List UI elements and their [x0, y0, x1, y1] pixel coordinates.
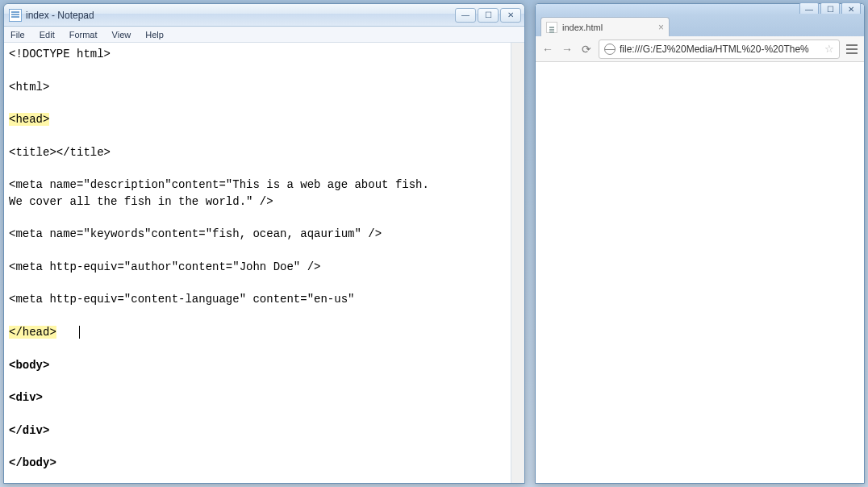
chrome-window: — ☐ ✕ index.html × ← → ⟳ file:///G:/EJ%2…	[535, 3, 865, 484]
url-text: file:///G:/EJ%20Media/HTML%20-%20The%	[620, 44, 809, 55]
menu-view[interactable]: View	[109, 28, 135, 41]
menu-format[interactable]: Format	[66, 28, 101, 41]
tab-title: index.html	[562, 23, 603, 32]
browser-viewport[interactable]	[536, 62, 864, 483]
address-bar[interactable]: file:///G:/EJ%20Media/HTML%20-%20The% ☆	[599, 40, 840, 59]
menu-help[interactable]: Help	[142, 28, 167, 41]
code-line: <meta name="description"content="This is…	[9, 178, 429, 191]
chrome-toolbar: ← → ⟳ file:///G:/EJ%20Media/HTML%20-%20T…	[536, 36, 864, 62]
maximize-button[interactable]: ☐	[478, 8, 499, 23]
menu-icon[interactable]	[845, 44, 859, 54]
forward-icon[interactable]: →	[560, 42, 574, 56]
chrome-frame-controls: — ☐ ✕	[536, 4, 864, 14]
bookmark-star-icon[interactable]: ☆	[824, 43, 834, 55]
code-line: </body>	[9, 456, 56, 469]
code-line: <html>	[9, 81, 49, 94]
browser-tab[interactable]: index.html ×	[540, 17, 670, 36]
notepad-titlebar[interactable]: index - Notepad — ☐ ✕	[4, 4, 524, 27]
menu-edit[interactable]: Edit	[36, 28, 58, 41]
notepad-app-icon	[9, 9, 22, 22]
code-line: <meta http-equiv="content-language" cont…	[9, 293, 354, 306]
notepad-textarea[interactable]: <!DOCTYPE html> <html> <head> <title></t…	[4, 43, 524, 483]
menu-file[interactable]: File	[7, 28, 28, 41]
code-line-highlight: <head>	[9, 113, 49, 126]
scrollbar-vertical[interactable]	[511, 43, 524, 483]
minimize-button[interactable]: —	[455, 8, 476, 23]
globe-icon	[604, 44, 616, 55]
back-icon[interactable]: ←	[540, 42, 555, 56]
code-line: <meta http-equiv="author"content="John D…	[9, 260, 320, 273]
chrome-tabstrip: index.html ×	[536, 14, 864, 36]
file-icon	[546, 22, 557, 33]
text-cursor	[79, 326, 80, 339]
code-line: </div>	[9, 424, 49, 437]
close-tab-icon[interactable]: ×	[658, 22, 664, 33]
code-line: <!DOCTYPE html>	[9, 48, 111, 60]
notepad-window: index - Notepad — ☐ ✕ File Edit Format V…	[3, 3, 525, 484]
code-line: We cover all the fish in the world." />	[9, 195, 273, 208]
code-line: <body>	[9, 359, 49, 372]
code-line: <meta name="keywords"content="fish, ocea…	[9, 227, 382, 240]
close-button[interactable]: ✕	[500, 8, 521, 23]
reload-icon[interactable]: ⟳	[579, 42, 594, 56]
code-line-highlight: </head>	[9, 326, 56, 339]
code-line: <title></title>	[9, 146, 111, 159]
notepad-title: index - Notepad	[26, 10, 455, 21]
notepad-menubar: File Edit Format View Help	[4, 27, 524, 43]
code-line: <div>	[9, 391, 43, 404]
